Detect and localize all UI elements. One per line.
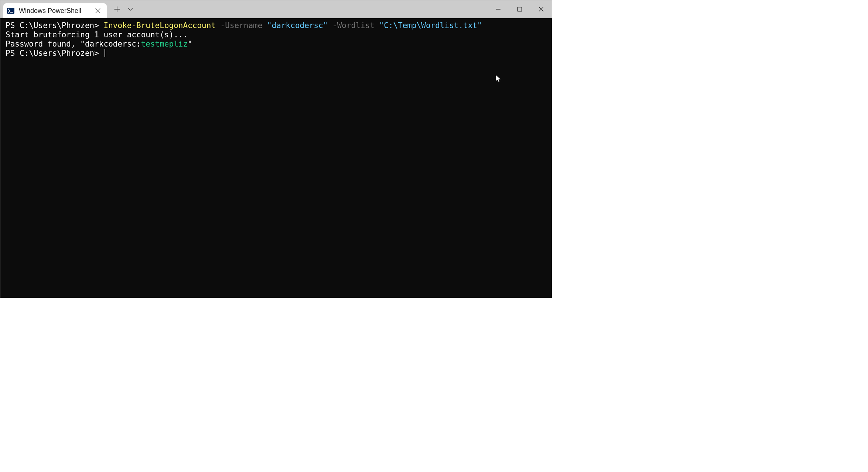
terminal-line-4: PS C:\Users\Phrozen> bbox=[6, 49, 547, 58]
maximize-button[interactable] bbox=[509, 2, 530, 17]
plus-icon bbox=[114, 6, 120, 12]
output-password: testmepliz bbox=[141, 40, 188, 48]
window-controls bbox=[488, 0, 552, 18]
output-found-prefix: Password found, "darkcodersc: bbox=[6, 40, 141, 48]
titlebar-actions bbox=[107, 0, 137, 18]
prompt-text: PS C:\Users\Phrozen> bbox=[6, 21, 104, 30]
prompt-text-2: PS C:\Users\Phrozen> bbox=[6, 49, 104, 58]
close-window-button[interactable] bbox=[530, 2, 552, 17]
output-found-suffix: " bbox=[188, 40, 192, 48]
new-tab-button[interactable] bbox=[110, 3, 124, 16]
svg-rect-1 bbox=[518, 7, 522, 11]
tab-powershell[interactable]: Windows PowerShell bbox=[3, 3, 107, 18]
param-username: -Username bbox=[216, 21, 267, 30]
terminal-content[interactable]: PS C:\Users\Phrozen> Invoke-BruteLogonAc… bbox=[0, 18, 552, 298]
close-icon bbox=[539, 7, 544, 12]
minimize-button[interactable] bbox=[488, 2, 509, 17]
terminal-line-1: PS C:\Users\Phrozen> Invoke-BruteLogonAc… bbox=[6, 21, 547, 30]
text-cursor bbox=[105, 49, 105, 57]
titlebar-drag-area[interactable] bbox=[137, 0, 488, 18]
close-icon bbox=[95, 8, 100, 13]
terminal-window: Windows PowerShell bbox=[0, 0, 552, 298]
terminal-line-3: Password found, "darkcodersc:testmepliz" bbox=[6, 40, 547, 49]
param-wordlist: -Wordlist bbox=[328, 21, 379, 30]
arg-wordlist: "C:\Temp\Wordlist.txt" bbox=[379, 21, 482, 30]
chevron-down-icon bbox=[127, 6, 133, 12]
command-name: Invoke-BruteLogonAccount bbox=[104, 21, 216, 30]
arg-username: "darkcodersc" bbox=[267, 21, 328, 30]
titlebar: Windows PowerShell bbox=[0, 0, 552, 18]
tab-dropdown-button[interactable] bbox=[124, 3, 137, 16]
powershell-icon bbox=[7, 7, 14, 14]
mouse-cursor-icon bbox=[495, 74, 502, 84]
tab-area: Windows PowerShell bbox=[0, 0, 107, 18]
tab-title: Windows PowerShell bbox=[19, 7, 90, 15]
tab-close-button[interactable] bbox=[93, 6, 102, 15]
maximize-icon bbox=[517, 7, 522, 12]
minimize-icon bbox=[496, 7, 501, 12]
output-start: Start bruteforcing 1 user account(s)... bbox=[6, 30, 188, 39]
terminal-line-2: Start bruteforcing 1 user account(s)... bbox=[6, 30, 547, 40]
